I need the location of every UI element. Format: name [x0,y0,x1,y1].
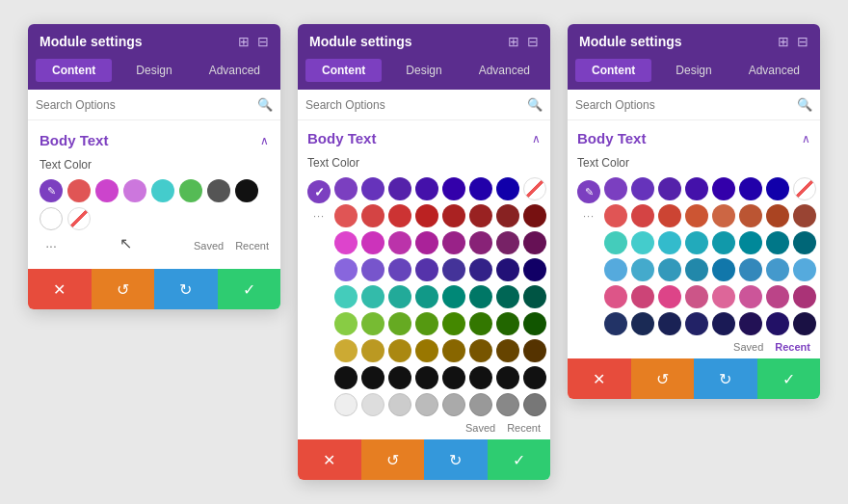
cs3-t8[interactable] [793,231,816,254]
dots-menu-1[interactable]: ··· [40,234,63,257]
cancel-btn-3[interactable]: ✕ [568,358,631,399]
cs3-lb8[interactable] [793,258,816,281]
cs-m4[interactable] [415,231,438,254]
cs-m8[interactable] [523,231,546,254]
cs3-pk3[interactable] [658,285,681,308]
saved-tab-2[interactable]: Saved [465,422,495,434]
cs-v7[interactable] [496,258,519,281]
cs-m2[interactable] [361,231,384,254]
cs3-t3[interactable] [658,231,681,254]
color-swatch-black-1[interactable] [235,179,258,202]
cs-r6[interactable] [469,204,492,227]
cs-p1[interactable] [334,177,358,200]
search-input-3[interactable] [575,98,797,112]
color-swatch-green-1[interactable] [179,179,202,202]
cs-t5[interactable] [442,285,465,308]
cs-p4[interactable] [415,177,438,200]
saved-tab-1[interactable]: Saved [194,240,224,252]
undo-btn-1[interactable]: ↺ [92,269,155,309]
cs3-db1[interactable] [604,312,627,335]
tab-content-1[interactable]: Content [36,59,112,82]
color-swatch-dark-1[interactable] [207,179,230,202]
redo-btn-1[interactable]: ↻ [154,269,218,309]
cs-m1[interactable] [334,231,358,254]
cs3-db3[interactable] [658,312,681,335]
redo-btn-2[interactable]: ↻ [424,439,488,480]
tab-content-2[interactable]: Content [305,59,382,82]
cs-p7[interactable] [496,177,519,200]
cs-y1[interactable] [334,339,358,362]
cs-w1[interactable] [334,393,358,416]
cs3-pk6[interactable] [739,285,762,308]
search-input-1[interactable] [36,98,257,112]
cs-t2[interactable] [361,285,384,308]
cs3-p1[interactable] [604,177,627,200]
cs3-r7[interactable] [766,204,789,227]
color-swatch-none-1[interactable] [67,207,91,230]
cs-t6[interactable] [469,285,492,308]
cs3-r1[interactable] [604,204,627,227]
settings-icon-2[interactable]: ⊞ [508,34,519,49]
cs3-r3[interactable] [658,204,681,227]
cs3-t1[interactable] [604,231,627,254]
cs3-db7[interactable] [766,312,789,335]
cs-p2[interactable] [361,177,384,200]
cs-g5[interactable] [442,312,465,335]
cs3-lb2[interactable] [631,258,654,281]
cs-t7[interactable] [496,285,519,308]
undo-btn-2[interactable]: ↺ [361,439,425,480]
cs3-p7[interactable] [766,177,789,200]
cs-r4[interactable] [415,204,438,227]
cs-p5[interactable] [442,177,465,200]
cs-v5[interactable] [442,258,465,281]
cs-y5[interactable] [442,339,465,362]
cs-m7[interactable] [496,231,519,254]
cs3-r5[interactable] [712,204,735,227]
confirm-btn-2[interactable]: ✓ [488,439,551,480]
cs3-t2[interactable] [631,231,654,254]
cs3-p4[interactable] [685,177,708,200]
search-input-2[interactable] [305,98,527,112]
cs-m5[interactable] [442,231,465,254]
cs-r5[interactable] [442,204,465,227]
cs3-p2[interactable] [631,177,654,200]
cs3-pk2[interactable] [631,285,654,308]
cs3-db8[interactable] [793,312,816,335]
recent-tab-3[interactable]: Recent [775,341,810,353]
color-swatch-pencil-1[interactable]: ✎ [40,179,63,202]
cs3-t4[interactable] [685,231,708,254]
settings-icon-1[interactable]: ⊞ [238,34,250,49]
cs3-t5[interactable] [712,231,735,254]
cs3-t6[interactable] [739,231,762,254]
color-swatch-red-1[interactable] [67,179,91,202]
cs-r8[interactable] [523,204,546,227]
cs-g8[interactable] [523,312,546,335]
color-swatch-violet-1[interactable] [123,179,146,202]
cancel-btn-2[interactable]: ✕ [298,439,361,480]
cs-w6[interactable] [469,393,492,416]
cs-r1[interactable] [334,204,358,227]
cs-p3[interactable] [388,177,411,200]
cs3-lb4[interactable] [685,258,708,281]
cs-y2[interactable] [361,339,384,362]
redo-btn-3[interactable]: ↻ [694,358,757,399]
cs-v2[interactable] [361,258,384,281]
cs3-t7[interactable] [766,231,789,254]
cs-y3[interactable] [388,339,411,362]
cs-b2[interactable] [361,366,384,389]
collapse-icon-3[interactable]: ⊟ [797,34,808,49]
cs-g1[interactable] [334,312,358,335]
cs-w8[interactable] [523,393,546,416]
cs-t4[interactable] [415,285,438,308]
cs3-db2[interactable] [631,312,654,335]
cs-y7[interactable] [496,339,519,362]
cs-w2[interactable] [361,393,384,416]
section-collapse-1[interactable]: ∧ [260,134,269,147]
cs-t3[interactable] [388,285,411,308]
cs-r7[interactable] [496,204,519,227]
cs-w3[interactable] [388,393,411,416]
cs-m6[interactable] [469,231,492,254]
cs3-db5[interactable] [712,312,735,335]
section-collapse-2[interactable]: ∧ [532,132,541,146]
cs-b8[interactable] [523,366,546,389]
